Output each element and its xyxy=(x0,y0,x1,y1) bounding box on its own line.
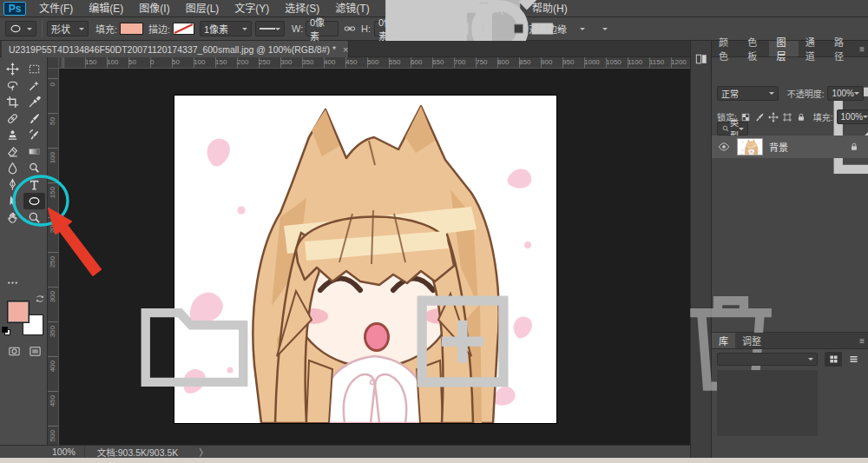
tool-lasso[interactable] xyxy=(2,77,23,94)
expand-panels-icon[interactable] xyxy=(694,53,708,65)
menu-item[interactable]: 文件(F) xyxy=(31,0,81,17)
tool-mode-select[interactable]: 形状 xyxy=(47,21,89,36)
new-group-icon[interactable] xyxy=(64,276,325,407)
ruler-label: 250 xyxy=(49,256,56,268)
opacity-input[interactable]: 100% xyxy=(827,86,864,101)
align-edges-checkbox[interactable] xyxy=(514,24,523,34)
tool-pen[interactable] xyxy=(2,176,23,193)
ruler-label: 850 xyxy=(519,58,530,66)
tool-stamp[interactable] xyxy=(2,127,23,143)
tool-hand[interactable] xyxy=(2,209,23,226)
ruler-label: 600 xyxy=(411,58,422,66)
menu-item[interactable]: 图层(L) xyxy=(178,0,227,17)
lock-image-pixels-icon[interactable] xyxy=(754,112,765,122)
stroke-width-select[interactable]: 1像素 xyxy=(200,21,252,36)
panel-tab-调整[interactable]: 调整 xyxy=(735,333,768,348)
ruler-label: 150 xyxy=(49,187,56,198)
panel-menu-icon[interactable]: ≡ xyxy=(856,41,868,56)
ruler-label: 300 xyxy=(280,58,292,66)
tool-blur[interactable] xyxy=(2,160,23,176)
tool-history[interactable] xyxy=(23,127,45,143)
fill-amount-label: 填充: xyxy=(813,110,833,123)
ruler-label: 100 xyxy=(194,58,205,66)
ruler-label: 150 xyxy=(215,58,227,66)
menu-item[interactable]: 文字(Y) xyxy=(227,0,277,17)
layers-panel: 类型 正常 不透明度: 100% 锁定: xyxy=(712,57,868,333)
tool-wand[interactable] xyxy=(23,77,45,94)
layer-thumbnail[interactable] xyxy=(737,138,763,155)
filter-pixel-layers-icon[interactable] xyxy=(757,63,868,194)
tool-preset-picker[interactable] xyxy=(5,21,36,36)
status-bar: 100% 文档:903.5K/903.5K 〉 xyxy=(0,445,690,458)
ruler-label: 750 xyxy=(476,58,487,66)
ruler-label: 0 xyxy=(150,58,154,66)
ruler-label: 700 xyxy=(454,58,465,66)
ruler-label: 650 xyxy=(432,58,444,66)
new-layer-icon[interactable] xyxy=(332,276,593,407)
zoom-level-field[interactable]: 100% xyxy=(0,446,85,458)
ruler-label: 0 xyxy=(49,83,56,86)
foreground-color-swatch[interactable] xyxy=(7,301,30,323)
panel-tab-库[interactable]: 库 xyxy=(712,333,735,348)
ruler-label: 950 xyxy=(562,58,574,66)
tool-brush[interactable] xyxy=(23,110,45,127)
stroke-color-swatch[interactable] xyxy=(173,23,194,35)
tool-ellipse-tool[interactable] xyxy=(23,193,45,209)
tool-eraser[interactable] xyxy=(2,143,23,160)
blend-mode-select[interactable]: 正常 xyxy=(717,86,779,101)
tool-gradient[interactable] xyxy=(23,143,45,160)
opacity-label: 不透明度: xyxy=(787,87,825,100)
tool-pathselect[interactable] xyxy=(2,193,23,209)
panel-tab-路径[interactable]: 路径 xyxy=(827,41,856,56)
ruler-label: 500 xyxy=(49,430,56,441)
ruler-label: 1200 xyxy=(671,58,687,66)
stroke-label: 描边: xyxy=(148,22,170,36)
document-size-info: 文档:903.5K/903.5K xyxy=(85,446,187,459)
tool-crop[interactable] xyxy=(2,94,23,110)
horizontal-ruler[interactable]: 1501005005010015020025030035040045050055… xyxy=(59,57,690,69)
tool-healing[interactable] xyxy=(2,110,23,127)
ruler-label: 250 xyxy=(259,58,270,66)
new-adjustment-layer-icon[interactable] xyxy=(0,276,56,407)
panel-menu-icon[interactable]: ≡ xyxy=(856,333,868,348)
ruler-corner xyxy=(48,57,59,69)
fill-label: 填充: xyxy=(95,22,117,36)
tool-zoom[interactable] xyxy=(23,209,45,226)
blend-opacity-row: 正常 不透明度: 100% xyxy=(717,86,864,101)
ruler-label: 50 xyxy=(49,117,56,125)
panel-tab-颜色[interactable]: 颜色 xyxy=(712,41,740,56)
library-list-view-button[interactable] xyxy=(845,352,862,367)
panel-tab-通道[interactable]: 通道 xyxy=(799,41,827,56)
tool-eyedropper[interactable] xyxy=(23,94,45,110)
libraries-panel xyxy=(712,349,868,440)
lock-all-icon[interactable] xyxy=(796,112,806,122)
lock-artboard-icon[interactable] xyxy=(782,112,792,122)
document-tab[interactable]: U2319P55T4D134846F50DT20071120174337_600… xyxy=(2,41,349,57)
layer-visibility-eye-icon[interactable] xyxy=(718,141,730,153)
ruler-label: 550 xyxy=(389,58,400,66)
lock-position-icon[interactable] xyxy=(768,112,779,122)
ruler-label: 200 xyxy=(237,58,248,66)
tool-dodge[interactable] xyxy=(23,160,45,176)
menu-item[interactable]: 图像(I) xyxy=(131,0,177,17)
panel-tab-色板[interactable]: 色板 xyxy=(740,41,769,56)
library-select[interactable] xyxy=(717,353,818,366)
geometry-options-gear-button[interactable] xyxy=(491,20,509,37)
tool-marquee[interactable] xyxy=(23,61,45,77)
menu-item[interactable]: 编辑(E) xyxy=(81,0,131,17)
layer-row-background[interactable]: 背景 xyxy=(712,136,868,158)
ruler-label: 1150 xyxy=(649,58,664,66)
panel-tab-bar: 颜色色板图层通道路径≡ xyxy=(712,41,868,57)
close-tab-icon[interactable]: × xyxy=(343,44,348,55)
stroke-type-select[interactable] xyxy=(255,21,285,36)
library-grid-view-button[interactable] xyxy=(825,352,842,367)
tool-move[interactable] xyxy=(2,61,23,77)
tool-grid xyxy=(2,61,45,226)
tool-type[interactable] xyxy=(23,176,45,193)
fill-amount-input[interactable]: 100% xyxy=(837,109,868,124)
ruler-label: 100 xyxy=(107,58,118,66)
fill-color-swatch[interactable] xyxy=(120,23,143,35)
panel-tab-图层[interactable]: 图层 xyxy=(769,41,798,56)
lock-transparent-pixels-icon[interactable] xyxy=(740,112,751,122)
status-options-chevron[interactable]: 〉 xyxy=(187,446,208,459)
